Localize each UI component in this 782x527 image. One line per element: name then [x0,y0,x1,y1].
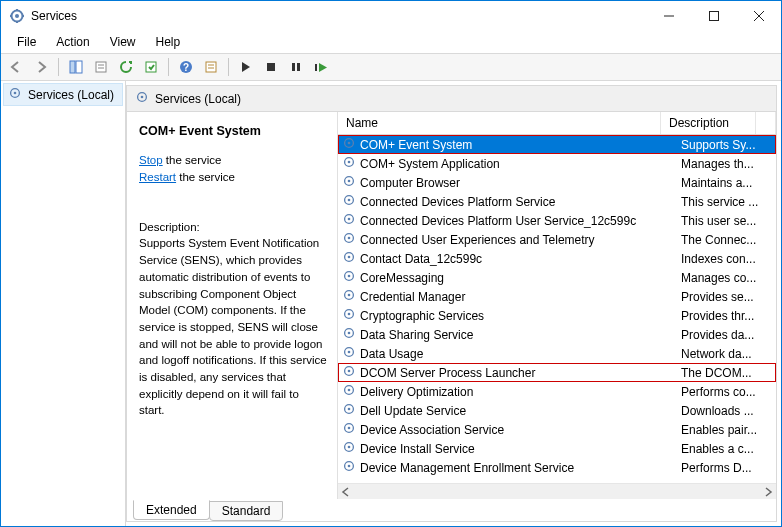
restart-service-button[interactable] [310,56,332,78]
service-name-cell: Contact Data_12c599c [338,250,681,267]
service-name-text: Credential Manager [360,290,465,304]
service-row[interactable]: COM+ System ApplicationManages th... [338,154,776,173]
gear-icon [342,364,356,381]
menu-help[interactable]: Help [146,33,191,51]
forward-button[interactable] [30,56,52,78]
service-row[interactable]: Credential ManagerProvides se... [338,287,776,306]
service-name-text: Data Usage [360,347,423,361]
service-row[interactable]: Device Management Enrollment ServicePerf… [338,458,776,477]
service-name-cell: Device Install Service [338,440,681,457]
service-row[interactable]: CoreMessagingManages co... [338,268,776,287]
service-row[interactable]: Device Install ServiceEnables a c... [338,439,776,458]
menu-view[interactable]: View [100,33,146,51]
service-name-cell: Credential Manager [338,288,681,305]
show-hide-tree-button[interactable] [65,56,87,78]
service-row[interactable]: Connected User Experiences and Telemetry… [338,230,776,249]
gear-icon [342,269,356,286]
svg-rect-15 [146,62,156,72]
service-row[interactable]: Cryptographic ServicesProvides thr... [338,306,776,325]
service-desc-cell: Downloads ... [681,404,776,418]
service-row[interactable]: DCOM Server Process LauncherThe DCOM... [338,363,776,382]
service-name-cell: Data Sharing Service [338,326,681,343]
service-row[interactable]: Dell Update ServiceDownloads ... [338,401,776,420]
gear-icon [342,421,356,438]
list-body[interactable]: COM+ Event SystemSupports Sy...COM+ Syst… [338,135,776,483]
service-name-text: Connected Devices Platform User Service_… [360,214,636,228]
export-button[interactable] [90,56,112,78]
panel-header: Services (Local) [127,86,776,112]
svg-point-50 [348,332,351,335]
gear-icon [342,212,356,229]
service-row[interactable]: Delivery OptimizationPerforms co... [338,382,776,401]
svg-point-40 [348,237,351,240]
service-desc-cell: Indexes con... [681,252,776,266]
tree-root-label: Services (Local) [28,88,114,102]
svg-point-64 [348,465,351,468]
service-name-cell: Connected Devices Platform User Service_… [338,212,681,229]
view-tabs: Extended Standard [127,499,776,521]
service-name-text: Dell Update Service [360,404,466,418]
maximize-button[interactable] [691,2,736,30]
gear-icon [342,383,356,400]
service-row[interactable]: Data UsageNetwork da... [338,344,776,363]
gear-icon [342,440,356,457]
svg-point-44 [348,275,351,278]
service-desc-cell: Enables a c... [681,442,776,456]
svg-rect-7 [709,12,718,21]
svg-point-46 [348,294,351,297]
svg-rect-21 [267,63,275,71]
service-row[interactable]: Data Sharing ServiceProvides da... [338,325,776,344]
gear-icon [342,193,356,210]
svg-point-26 [14,92,17,95]
service-name-cell: COM+ Event System [338,136,681,153]
service-desc-cell: This user se... [681,214,776,228]
export-list-button[interactable] [140,56,162,78]
svg-point-56 [348,389,351,392]
service-desc-cell: This service ... [681,195,776,209]
tree-root-services-local[interactable]: Services (Local) [3,83,123,106]
service-row[interactable]: Computer BrowserMaintains a... [338,173,776,192]
refresh-button[interactable] [115,56,137,78]
svg-rect-18 [206,62,216,72]
service-desc-cell: Network da... [681,347,776,361]
menu-action[interactable]: Action [46,33,99,51]
menubar: File Action View Help [1,31,781,53]
service-row[interactable]: Contact Data_12c599cIndexes con... [338,249,776,268]
svg-point-58 [348,408,351,411]
svg-point-42 [348,256,351,259]
tab-extended[interactable]: Extended [133,500,210,520]
toolbar: ? [1,53,781,81]
service-row[interactable]: COM+ Event SystemSupports Sy... [338,135,776,154]
svg-rect-23 [297,63,300,71]
stop-service-button[interactable] [260,56,282,78]
stop-link[interactable]: Stop [139,154,163,166]
service-desc-cell: Provides da... [681,328,776,342]
close-button[interactable] [736,2,781,30]
console-tree: Services (Local) [1,81,126,526]
help-button[interactable]: ? [175,56,197,78]
column-header-name[interactable]: Name [338,112,661,134]
service-row[interactable]: Connected Devices Platform User Service_… [338,211,776,230]
selected-service-name: COM+ Event System [139,122,327,140]
service-row[interactable]: Device Association ServiceEnables pair..… [338,420,776,439]
pause-service-button[interactable] [285,56,307,78]
menu-file[interactable]: File [7,33,46,51]
back-button[interactable] [5,56,27,78]
start-service-button[interactable] [235,56,257,78]
gear-icon [342,231,356,248]
tab-standard[interactable]: Standard [209,501,284,521]
service-name-text: Connected User Experiences and Telemetry [360,233,595,247]
service-name-cell: Connected User Experiences and Telemetry [338,231,681,248]
restart-link[interactable]: Restart [139,171,176,183]
gear-icon [8,86,22,103]
gear-icon [342,307,356,324]
panel-header-label: Services (Local) [155,92,241,106]
column-header-description[interactable]: Description [661,112,756,134]
horizontal-scrollbar[interactable] [338,483,776,499]
minimize-button[interactable] [646,2,691,30]
properties-button[interactable] [200,56,222,78]
service-name-cell: Dell Update Service [338,402,681,419]
service-row[interactable]: Connected Devices Platform ServiceThis s… [338,192,776,211]
svg-point-52 [348,351,351,354]
service-name-text: Contact Data_12c599c [360,252,482,266]
